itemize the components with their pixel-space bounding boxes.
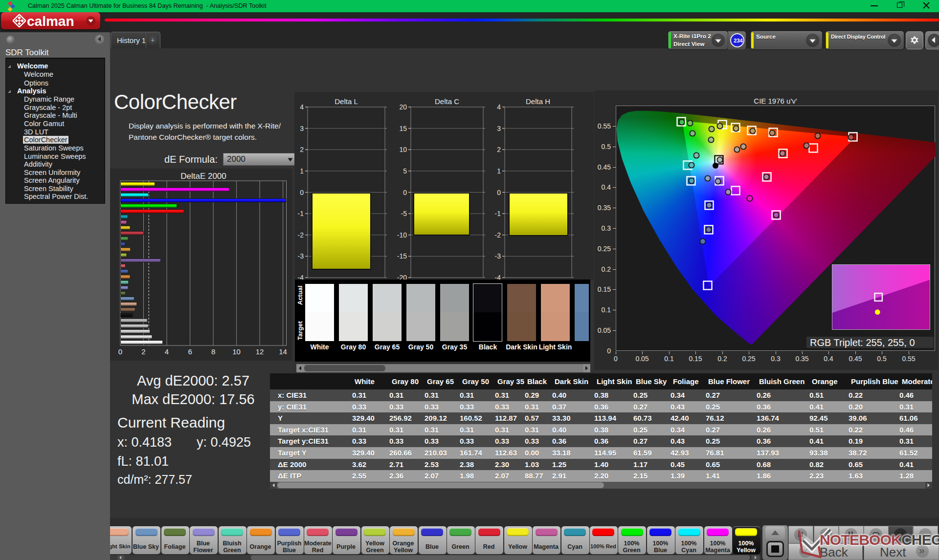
svg-text:3: 3 <box>497 125 501 132</box>
svg-text:0: 0 <box>497 189 501 196</box>
svg-text:4: 4 <box>497 104 501 111</box>
svg-text:-10: -10 <box>397 231 407 239</box>
svg-text:6: 6 <box>188 347 192 356</box>
svg-text:-2: -2 <box>495 231 501 239</box>
svg-text:0: 0 <box>403 189 407 196</box>
svg-text:10: 10 <box>399 146 407 153</box>
svg-text:12: 12 <box>256 347 264 356</box>
svg-text:10: 10 <box>232 347 241 356</box>
svg-text:-1: -1 <box>298 210 304 217</box>
svg-text:-1: -1 <box>495 210 501 217</box>
svg-text:1: 1 <box>497 167 501 175</box>
svg-text:2: 2 <box>300 146 304 153</box>
svg-text:3: 3 <box>300 125 304 132</box>
svg-text:15: 15 <box>399 125 407 132</box>
svg-text:4: 4 <box>300 104 304 111</box>
svg-text:-2: -2 <box>298 231 304 239</box>
svg-text:0: 0 <box>118 347 122 356</box>
svg-text:8: 8 <box>211 347 215 356</box>
svg-text:0: 0 <box>300 189 304 196</box>
svg-text:14: 14 <box>279 347 287 356</box>
svg-text:5: 5 <box>403 167 407 175</box>
svg-text:20: 20 <box>399 104 407 111</box>
svg-text:2: 2 <box>497 146 501 153</box>
svg-text:1: 1 <box>300 167 304 175</box>
svg-text:-15: -15 <box>397 252 407 260</box>
svg-text:-3: -3 <box>495 252 501 260</box>
svg-text:-3: -3 <box>298 252 304 260</box>
svg-text:-5: -5 <box>401 210 407 217</box>
svg-text:4: 4 <box>165 347 169 356</box>
svg-text:2: 2 <box>141 347 145 356</box>
